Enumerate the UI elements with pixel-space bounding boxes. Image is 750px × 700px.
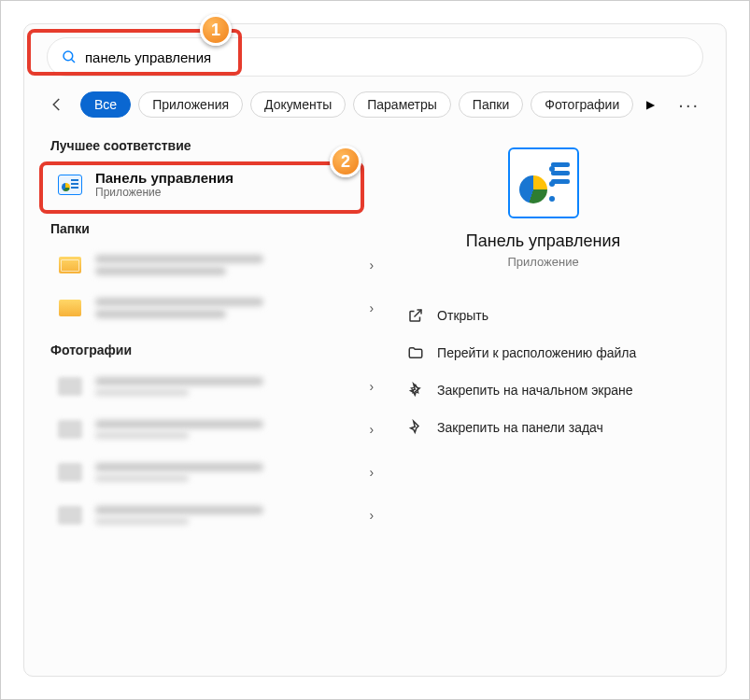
filter-photos[interactable]: Фотографии — [531, 91, 633, 118]
svg-line-1 — [71, 59, 75, 63]
thumbnail-icon — [56, 458, 84, 486]
filter-row: Все Приложения Документы Параметры Папки… — [47, 91, 703, 118]
thumbnail-icon — [56, 372, 84, 400]
folders-header: Папки — [50, 221, 383, 236]
annotation-step-2: 2 — [330, 146, 361, 177]
pin-icon — [407, 419, 424, 436]
search-window: Все Приложения Документы Параметры Папки… — [23, 23, 727, 677]
chevron-right-icon: › — [369, 258, 374, 273]
search-input[interactable] — [85, 49, 272, 65]
filter-docs[interactable]: Документы — [250, 91, 346, 118]
preview-subtitle: Приложение — [507, 255, 578, 269]
action-label: Открыть — [437, 308, 488, 323]
preview-column: Панель управления Приложение Открыть Пер… — [383, 131, 703, 663]
thumbnail-icon — [56, 415, 84, 443]
svg-point-0 — [64, 51, 73, 61]
folder-result-2[interactable]: › — [47, 287, 383, 329]
folder-icon — [56, 251, 84, 279]
thumbnail-icon — [56, 501, 84, 529]
filter-apps[interactable]: Приложения — [138, 91, 243, 118]
more-filters-icon[interactable]: ▶ — [646, 98, 655, 111]
folder-icon — [56, 294, 84, 322]
result-title: Панель управления — [95, 170, 233, 186]
action-label: Закрепить на начальном экране — [437, 383, 633, 398]
action-open[interactable]: Открыть — [402, 299, 685, 332]
action-label: Перейти к расположению файла — [437, 345, 636, 360]
open-icon — [407, 307, 424, 324]
action-label: Закрепить на панели задач — [437, 420, 603, 435]
preview-title: Панель управления — [466, 231, 620, 251]
chevron-right-icon: › — [369, 379, 374, 394]
chevron-right-icon: › — [369, 301, 374, 315]
search-bar[interactable] — [47, 37, 703, 77]
content-area: Лучшее соответствие Панель управления Пр… — [47, 131, 703, 663]
chevron-right-icon: › — [369, 465, 374, 480]
action-goto-location[interactable]: Перейти к расположению файла — [402, 336, 685, 370]
annotation-step-1: 1 — [200, 14, 232, 46]
folder-result-1[interactable]: › — [47, 244, 383, 287]
preview-app-icon — [508, 147, 579, 218]
action-pin-taskbar[interactable]: Закрепить на панели задач — [402, 411, 685, 444]
photo-result-1[interactable]: › — [47, 365, 383, 408]
control-panel-icon — [56, 171, 84, 199]
photo-result-4[interactable]: › — [47, 494, 383, 537]
action-pin-start[interactable]: Закрепить на начальном экране — [402, 373, 685, 407]
result-subtitle: Приложение — [95, 186, 233, 199]
photos-header: Фотографии — [50, 343, 383, 357]
filter-all[interactable]: Все — [80, 91, 131, 118]
filter-folders[interactable]: Папки — [459, 91, 523, 118]
photo-result-3[interactable]: › — [47, 451, 383, 494]
photo-result-2[interactable]: › — [47, 408, 383, 451]
chevron-right-icon: › — [369, 422, 374, 437]
results-column: Лучшее соответствие Панель управления Пр… — [47, 131, 383, 663]
search-icon — [61, 49, 78, 65]
back-button[interactable] — [47, 94, 67, 115]
preview-actions: Открыть Перейти к расположению файла Зак… — [383, 299, 703, 444]
overflow-menu[interactable]: ··· — [674, 94, 703, 116]
pin-icon — [407, 382, 424, 399]
filter-settings[interactable]: Параметры — [353, 91, 451, 118]
folder-open-icon — [407, 344, 424, 361]
chevron-right-icon: › — [369, 508, 374, 523]
